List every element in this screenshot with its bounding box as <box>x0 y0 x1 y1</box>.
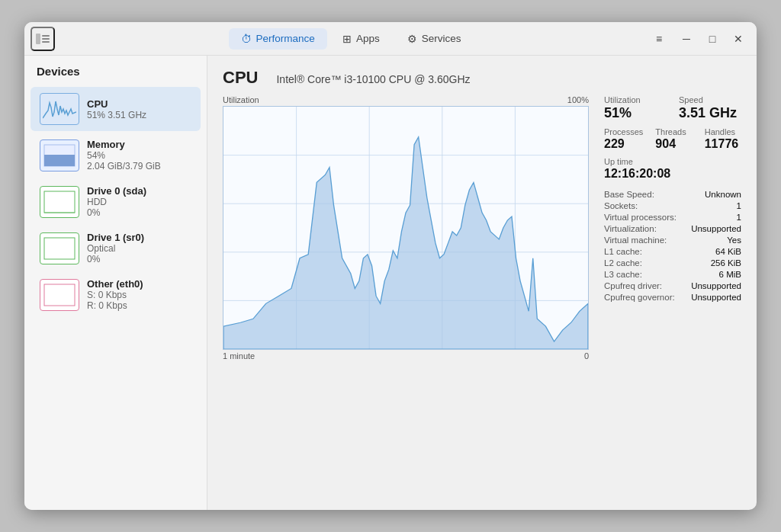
drive0-name: Drive 0 (sda) <box>87 185 191 197</box>
titlebar: ⏱ Performance ⊞ Apps ⚙ Services ≡ ─ □ ✕ <box>24 22 757 56</box>
other-info: Other (eth0) S: 0 Kbps R: 0 Kbps <box>87 278 191 311</box>
info-key: Virtual processors: <box>604 213 677 222</box>
tab-performance[interactable]: ⏱ Performance <box>229 28 327 50</box>
hamburger-button[interactable]: ≡ <box>647 27 671 51</box>
info-val: Unsupported <box>691 293 741 302</box>
other-sub1: S: 0 Kbps <box>87 290 191 300</box>
utilization-speed-row: Utilization 51% Speed 3.51 GHz <box>604 95 741 121</box>
sidebar-item-drive0[interactable]: Drive 0 (sda) HDD 0% <box>31 179 201 224</box>
sidebar-item-drive1[interactable]: Drive 1 (sr0) Optical 0% <box>31 226 201 271</box>
close-button[interactable]: ✕ <box>726 27 750 51</box>
sidebar-toggle-button[interactable] <box>31 27 55 51</box>
info-val: Unsupported <box>691 224 741 233</box>
tab-performance-label: Performance <box>256 33 315 44</box>
sidebar-item-other[interactable]: Other (eth0) S: 0 Kbps R: 0 Kbps <box>31 272 201 317</box>
cpu-header: CPU Intel® Core™ i3-10100 CPU @ 3.60GHz <box>223 68 741 88</box>
drive1-sub1: Optical <box>87 243 191 254</box>
svg-rect-0 <box>36 34 40 44</box>
speed-value: 3.51 GHz <box>679 105 741 121</box>
cpu-thumbnail <box>40 93 79 125</box>
info-row: Virtual machine:Yes <box>604 234 741 245</box>
info-val: Yes <box>727 236 741 245</box>
sidebar-item-cpu[interactable]: CPU 51% 3.51 GHz <box>31 87 201 131</box>
uptime-value: 12:16:20:08 <box>604 167 741 181</box>
handles-value: 11776 <box>705 137 741 151</box>
uptime-label: Up time <box>604 157 741 166</box>
cpu-title: CPU <box>223 68 258 88</box>
info-val: Unsupported <box>691 281 741 290</box>
threads-block: Threads 904 <box>655 127 692 151</box>
tab-apps[interactable]: ⊞ Apps <box>330 28 392 50</box>
info-key: Virtual machine: <box>604 236 667 245</box>
sidebar-title: Devices <box>24 62 207 85</box>
handles-label: Handles <box>705 127 741 136</box>
services-icon: ⚙ <box>407 33 417 45</box>
other-sub2: R: 0 Kbps <box>87 300 191 311</box>
tabs-container: ⏱ Performance ⊞ Apps ⚙ Services <box>55 28 647 50</box>
svg-rect-5 <box>44 155 75 166</box>
info-val: 64 KiB <box>715 247 741 256</box>
info-key: Sockets: <box>604 201 638 210</box>
processes-label: Processes <box>604 127 643 136</box>
info-val: 1 <box>737 201 741 210</box>
chart-label-top: Utilization 100% <box>223 95 589 104</box>
speed-label: Speed <box>679 95 741 104</box>
svg-rect-6 <box>44 191 75 213</box>
utilization-value: 51% <box>604 105 667 121</box>
performance-icon: ⏱ <box>241 33 252 45</box>
cpu-model: Intel® Core™ i3-10100 CPU @ 3.60GHz <box>276 73 470 85</box>
memory-info: Memory 54% 2.04 GiB/3.79 GiB <box>87 139 191 171</box>
info-row: L1 cache:64 KiB <box>604 245 741 257</box>
drive1-sub2: 0% <box>87 254 191 264</box>
info-key: Cpufreq governor: <box>604 293 675 302</box>
sidebar-item-memory[interactable]: Memory 54% 2.04 GiB/3.79 GiB <box>31 133 201 178</box>
drive0-sub1: HDD <box>87 197 191 207</box>
other-thumbnail <box>40 279 79 311</box>
cpu-sub: 51% 3.51 GHz <box>87 110 191 120</box>
svg-rect-3 <box>42 41 50 43</box>
cpu-chart <box>223 106 589 350</box>
info-row: Cpufreq governor:Unsupported <box>604 291 741 303</box>
main-window: ⏱ Performance ⊞ Apps ⚙ Services ≡ ─ □ ✕ … <box>24 22 757 510</box>
processes-threads-handles-row: Processes 229 Threads 904 Handles 11776 <box>604 127 741 151</box>
info-key: Cpufreq driver: <box>604 281 662 290</box>
right-panel: Utilization 51% Speed 3.51 GHz Processes… <box>589 95 741 498</box>
threads-label: Threads <box>655 127 692 136</box>
info-key: L2 cache: <box>604 258 642 268</box>
info-key: Base Speed: <box>604 190 654 199</box>
memory-sub1: 54% <box>87 150 191 161</box>
info-row: L3 cache:6 MiB <box>604 268 741 280</box>
cpu-info: CPU 51% 3.51 GHz <box>87 98 191 120</box>
svg-rect-1 <box>42 35 50 37</box>
drive0-sub2: 0% <box>87 207 191 218</box>
info-row: Virtualization:Unsupported <box>604 223 741 234</box>
memory-sub2: 2.04 GiB/3.79 GiB <box>87 161 191 171</box>
tab-services-label: Services <box>422 33 461 44</box>
utilization-block: Utilization 51% <box>604 95 667 121</box>
window-controls: ─ □ ✕ <box>674 27 750 51</box>
minimize-button[interactable]: ─ <box>674 27 699 51</box>
svg-rect-2 <box>42 38 50 40</box>
main-content: Devices CPU 51% 3.51 GHz <box>24 56 757 510</box>
svg-marker-18 <box>223 137 588 349</box>
drive1-thumbnail <box>40 232 79 264</box>
apps-icon: ⊞ <box>342 33 352 45</box>
drive0-info: Drive 0 (sda) HDD 0% <box>87 185 191 218</box>
info-val: 256 KiB <box>711 258 741 268</box>
info-row: Virtual processors:1 <box>604 211 741 223</box>
tab-apps-label: Apps <box>356 33 380 44</box>
info-row: Cpufreq driver:Unsupported <box>604 280 741 291</box>
chart-label-bottom: 1 minute 0 <box>223 351 589 361</box>
info-row: Sockets:1 <box>604 200 741 211</box>
cpu-info-table: Base Speed:UnknownSockets:1Virtual proce… <box>604 188 741 303</box>
speed-block: Speed 3.51 GHz <box>679 95 741 121</box>
info-val: 6 MiB <box>719 270 741 279</box>
memory-name: Memory <box>87 139 191 150</box>
chart-y-max: 100% <box>567 95 589 104</box>
tab-services[interactable]: ⚙ Services <box>395 28 474 50</box>
maximize-button[interactable]: □ <box>700 27 725 51</box>
info-val: Unknown <box>705 190 741 199</box>
svg-rect-8 <box>44 238 75 259</box>
processes-block: Processes 229 <box>604 127 643 151</box>
threads-value: 904 <box>655 137 692 151</box>
